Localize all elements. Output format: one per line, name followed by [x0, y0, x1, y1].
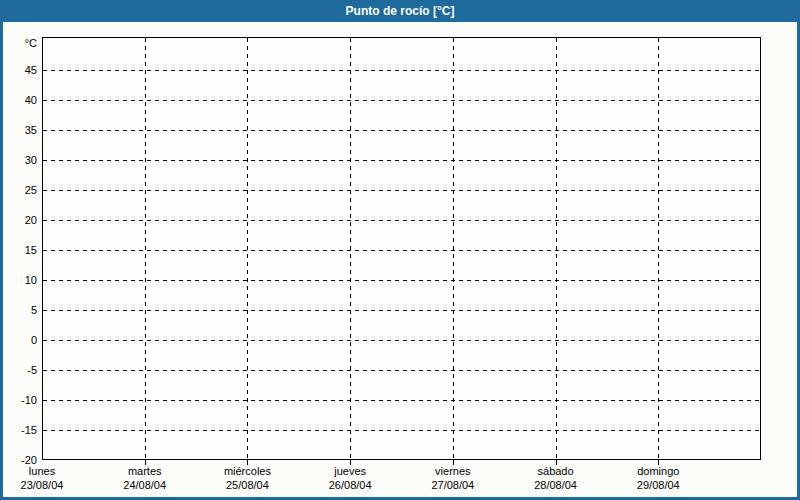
x-axis-label-miércoles: miércoles25/08/04: [202, 464, 292, 492]
date-label: 27/08/04: [408, 478, 498, 492]
gridline-horizontal-30: [43, 160, 760, 161]
day-name-label: martes: [100, 464, 190, 478]
y-tick-label--10: -10: [0, 393, 37, 407]
y-axis-unit-label: °C: [0, 36, 37, 50]
gridline-horizontal-45: [43, 70, 760, 71]
y-tick-label--15: -15: [0, 423, 37, 437]
y-tick-label-25: 25: [0, 183, 37, 197]
gridline-horizontal-10: [43, 280, 760, 281]
day-name-label: domingo: [613, 464, 703, 478]
gridline-horizontal-35: [43, 130, 760, 131]
chart-title: Punto de rocío [°C]: [346, 4, 455, 18]
y-tick-label-0: 0: [0, 333, 37, 347]
day-name-label: sábado: [511, 464, 601, 478]
date-label: 24/08/04: [100, 478, 190, 492]
day-name-label: viernes: [408, 464, 498, 478]
gridline-horizontal--15: [43, 430, 760, 431]
x-axis-label-lunes: lunes23/08/04: [0, 464, 87, 492]
x-axis-label-martes: martes24/08/04: [100, 464, 190, 492]
y-tick-label-20: 20: [0, 213, 37, 227]
gridline-vertical-martes: [145, 38, 146, 459]
y-tick-label-35: 35: [0, 123, 37, 137]
gridline-horizontal--10: [43, 400, 760, 401]
date-label: 23/08/04: [0, 478, 87, 492]
gridline-vertical-miércoles: [247, 38, 248, 459]
date-label: 28/08/04: [511, 478, 601, 492]
day-name-label: jueves: [305, 464, 395, 478]
day-name-label: miércoles: [202, 464, 292, 478]
chart-title-bar: Punto de rocío [°C]: [0, 0, 800, 22]
gridline-horizontal-25: [43, 190, 760, 191]
gridline-horizontal-20: [43, 220, 760, 221]
y-tick-label--5: -5: [0, 363, 37, 377]
y-tick-label-45: 45: [0, 63, 37, 77]
day-name-label: lunes: [0, 464, 87, 478]
x-axis-label-viernes: viernes27/08/04: [408, 464, 498, 492]
gridline-horizontal--5: [43, 370, 760, 371]
date-label: 26/08/04: [305, 478, 395, 492]
dew-point-chart-panel: Punto de rocío [°C] °C 45403530252015105…: [0, 0, 800, 500]
y-tick-label-30: 30: [0, 153, 37, 167]
gridline-vertical-viernes: [453, 38, 454, 459]
date-label: 29/08/04: [613, 478, 703, 492]
date-label: 25/08/04: [202, 478, 292, 492]
y-tick-label-10: 10: [0, 273, 37, 287]
x-axis-label-jueves: jueves26/08/04: [305, 464, 395, 492]
gridline-horizontal-5: [43, 310, 760, 311]
y-tick-label-5: 5: [0, 303, 37, 317]
x-axis-label-domingo: domingo29/08/04: [613, 464, 703, 492]
y-tick-label-40: 40: [0, 93, 37, 107]
gridline-horizontal-15: [43, 250, 760, 251]
y-tick-label-15: 15: [0, 243, 37, 257]
gridline-vertical-jueves: [350, 38, 351, 459]
x-axis-label-sábado: sábado28/08/04: [511, 464, 601, 492]
gridline-horizontal-0: [43, 340, 760, 341]
gridline-vertical-domingo: [658, 38, 659, 459]
gridline-vertical-sábado: [556, 38, 557, 459]
gridline-horizontal-40: [43, 100, 760, 101]
